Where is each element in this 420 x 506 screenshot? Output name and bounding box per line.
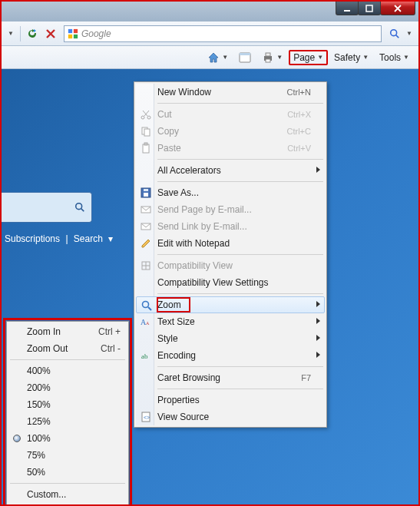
separator — [20, 26, 21, 41]
search-icon — [74, 202, 85, 213]
svg-rect-9 — [240, 53, 250, 55]
svg-text:<>: <> — [144, 415, 150, 420]
safety-label: Safety — [334, 52, 360, 63]
search-provider-dropdown[interactable]: ▼ — [403, 30, 415, 37]
home-icon — [207, 51, 220, 64]
address-bar-row: ▼ Google ▼ — [2, 21, 418, 46]
menu-send-page[interactable]: Send Page by E-mail... — [136, 201, 325, 218]
page-nav-links: Subscriptions | Search ▾ — [2, 233, 116, 244]
tools-menu-button[interactable]: Tools ▼ — [375, 50, 414, 65]
nav-subscriptions[interactable]: Subscriptions — [5, 233, 60, 244]
zoom-400[interactable]: 400% — [8, 362, 127, 379]
scissors-icon — [140, 108, 152, 121]
safety-menu-button[interactable]: Safety ▼ — [329, 50, 373, 65]
svg-rect-18 — [144, 129, 150, 136]
menu-edit-notepad[interactable]: Edit with Notepad — [136, 235, 325, 252]
menu-caret-browsing[interactable]: Caret Browsing F7 — [136, 369, 325, 386]
zoom-50[interactable]: 50% — [8, 464, 127, 481]
svg-rect-4 — [68, 34, 72, 38]
svg-rect-5 — [74, 34, 78, 38]
compat-icon — [140, 260, 152, 272]
command-bar: ▼ ▼ Page ▼ Safety ▼ Tools ▼ — [2, 46, 418, 69]
mail-page-icon — [140, 203, 152, 216]
svg-rect-20 — [144, 143, 147, 145]
svg-rect-23 — [144, 189, 148, 191]
menu-style[interactable]: Style — [136, 330, 325, 347]
zoom-200[interactable]: 200% — [8, 379, 127, 396]
refresh-button[interactable] — [24, 25, 41, 42]
chevron-down-icon: ▼ — [362, 54, 369, 61]
feeds-button[interactable] — [234, 49, 256, 66]
menu-all-accelerators[interactable]: All Accelerators — [136, 162, 325, 179]
svg-point-16 — [147, 116, 150, 119]
maximize-button[interactable] — [358, 2, 381, 15]
window-titlebar — [2, 0, 418, 21]
save-icon — [140, 187, 152, 199]
page-search-panel[interactable] — [2, 192, 92, 223]
chevron-down-icon: ▼ — [222, 54, 228, 61]
mail-link-icon — [140, 220, 152, 233]
menu-new-window[interactable]: New Window Ctrl+N — [136, 84, 325, 101]
tools-label: Tools — [379, 52, 401, 63]
chevron-down-icon: ▼ — [276, 54, 283, 61]
zoom-custom[interactable]: Custom... — [8, 486, 127, 503]
stop-button[interactable] — [42, 25, 59, 42]
menu-send-link[interactable]: Send Link by E-mail... — [136, 218, 325, 235]
home-button[interactable]: ▼ — [203, 49, 233, 66]
menu-properties[interactable]: Properties — [136, 392, 325, 408]
svg-point-15 — [141, 116, 144, 119]
svg-rect-22 — [144, 193, 148, 197]
nav-search[interactable]: Search — [74, 233, 103, 244]
zoom-out[interactable]: Zoom Out Ctrl - — [8, 340, 127, 357]
google-icon — [68, 28, 78, 39]
svg-rect-12 — [266, 59, 270, 62]
chevron-down-icon: ▾ — [105, 233, 116, 244]
printer-icon — [262, 51, 274, 64]
svg-point-27 — [143, 302, 149, 308]
submenu-arrow-icon — [316, 352, 320, 358]
address-dropdown[interactable]: ▼ — [5, 30, 17, 37]
page-menu-button[interactable]: Page ▼ — [289, 50, 328, 65]
menu-save-as[interactable]: Save As... — [136, 184, 325, 201]
search-box[interactable]: Google — [64, 25, 382, 42]
zoom-150[interactable]: 150% — [8, 396, 127, 413]
svg-line-28 — [148, 307, 151, 310]
menu-copy[interactable]: Copy Ctrl+C — [136, 123, 325, 140]
submenu-arrow-icon — [316, 335, 320, 341]
submenu-arrow-icon — [316, 301, 320, 307]
svg-line-7 — [396, 35, 399, 38]
svg-rect-0 — [344, 10, 350, 12]
menu-view-source[interactable]: <> View Source — [136, 408, 325, 425]
page-dropdown-menu: New Window Ctrl+N Cut Ctrl+X Copy Ctrl+C — [134, 81, 327, 428]
text-size-icon: AA — [140, 316, 152, 328]
chevron-down-icon: ▼ — [403, 54, 409, 61]
zoom-75[interactable]: 75% — [8, 447, 127, 464]
svg-text:A: A — [146, 321, 150, 326]
view-source-icon: <> — [140, 411, 152, 423]
menu-zoom[interactable]: Zoom — [136, 296, 325, 313]
svg-rect-1 — [366, 5, 372, 12]
svg-rect-19 — [143, 144, 149, 153]
chevron-down-icon: ▼ — [317, 54, 323, 61]
menu-text-size[interactable]: AA Text Size — [136, 313, 325, 330]
svg-rect-11 — [266, 53, 270, 56]
svg-point-13 — [76, 203, 82, 210]
zoom-in[interactable]: Zoom In Ctrl + — [8, 323, 127, 340]
minimize-button[interactable] — [336, 2, 359, 15]
close-button[interactable] — [380, 2, 415, 15]
pencil-icon — [140, 237, 152, 250]
svg-text:ab: ab — [141, 352, 148, 360]
print-button[interactable]: ▼ — [257, 49, 287, 66]
search-go-button[interactable] — [386, 25, 403, 42]
menu-cut[interactable]: Cut Ctrl+X — [136, 106, 325, 123]
copy-icon — [140, 125, 152, 137]
encoding-icon: ab — [140, 349, 152, 362]
svg-line-14 — [81, 209, 84, 212]
menu-compat-settings[interactable]: Compatibility View Settings — [136, 274, 325, 291]
menu-compat-view[interactable]: Compatibility View — [136, 257, 325, 274]
svg-point-6 — [391, 29, 397, 35]
zoom-125[interactable]: 125% — [8, 413, 127, 430]
menu-encoding[interactable]: ab Encoding — [136, 347, 325, 364]
menu-paste[interactable]: Paste Ctrl+V — [136, 140, 325, 157]
zoom-100[interactable]: 100% — [8, 430, 127, 447]
